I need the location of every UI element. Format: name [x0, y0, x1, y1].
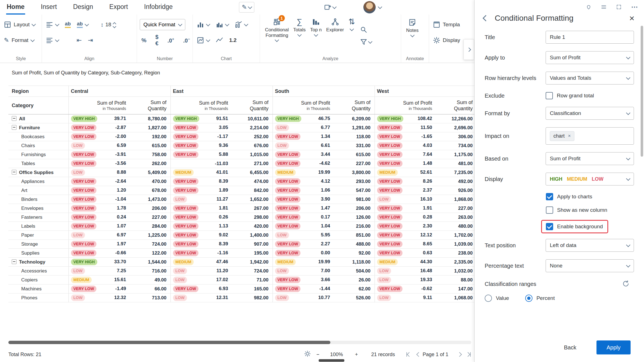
profit-cell[interactable]: LOW9.11 — [375, 293, 436, 302]
sort-button[interactable]: ⇅ — [346, 16, 357, 50]
quantity-cell[interactable]: 1,068.00 — [436, 293, 474, 302]
quantity-cell[interactable]: 216.00 — [334, 222, 375, 231]
profit-cell[interactable]: VERY LOW1.06 — [273, 186, 334, 195]
list-icon[interactable] — [599, 4, 608, 10]
currency-format-button[interactable]: $€ — [154, 34, 160, 47]
quantity-cell[interactable]: 1,225.00 — [130, 231, 171, 240]
align-vertical-button[interactable] — [45, 36, 60, 44]
quantity-cell[interactable]: 227.00 — [334, 159, 375, 168]
profit-cell[interactable]: LOW6.61 — [273, 141, 334, 150]
impact-chip[interactable]: chart × — [550, 131, 574, 141]
quantity-cell[interactable]: 713.00 — [130, 293, 171, 302]
quantity-cell[interactable]: 615.00 — [130, 141, 171, 150]
row-header-cell[interactable]: Supplies — [8, 249, 68, 258]
quantity-cell[interactable]: 331.00 — [334, 141, 375, 150]
quantity-cell[interactable]: 12,266.00 — [436, 114, 474, 123]
profit-cell[interactable]: MEDIUM19.99 — [273, 258, 334, 267]
conditional-formatting-button[interactable]: 1 ConditionalFormatting — [263, 16, 291, 50]
previous-page-button[interactable] — [415, 352, 422, 356]
profit-cell[interactable]: VERY LOW1.97 — [68, 240, 130, 249]
quantity-cell[interactable]: 1,039.00 — [436, 240, 474, 249]
row-header-cell[interactable]: Appliances — [8, 177, 68, 186]
quantity-cell[interactable]: 1,118.00 — [334, 258, 375, 267]
quantity-cell[interactable]: 165.00 — [232, 285, 273, 293]
profit-cell[interactable]: LOW6.97 — [68, 231, 130, 240]
profit-cell[interactable]: MEDIUM47.46 — [171, 258, 232, 267]
panel-scrollbar[interactable] — [641, 26, 643, 157]
profit-cell[interactable]: VERY LOW1.91 — [375, 204, 436, 213]
last-page-button[interactable] — [465, 352, 472, 357]
profit-cell[interactable]: VERY LOW8.26 — [375, 177, 436, 186]
quantity-cell[interactable]: 26.00 — [334, 276, 375, 285]
more-options-icon[interactable]: ⋯ — [629, 3, 640, 11]
region-header-central[interactable]: Central — [68, 86, 171, 97]
add-decimal-button[interactable]: .0+ — [166, 37, 176, 44]
chart-axis-button[interactable] — [215, 20, 230, 29]
profit-cell[interactable]: VERY LOW0.17 — [273, 213, 334, 222]
show-as-new-column-checkbox[interactable] — [546, 206, 553, 214]
profit-cell[interactable]: VERY LOW1.81 — [171, 204, 232, 213]
quantity-cell[interactable]: 615.00 — [334, 150, 375, 159]
display-select[interactable]: HIGH MEDIUM LOW — [546, 173, 634, 185]
profit-cell[interactable]: LOW16.10 — [375, 195, 436, 204]
format-by-select[interactable]: Classification — [546, 107, 634, 120]
quantity-cell[interactable]: 62.00 — [334, 285, 375, 293]
tab-home[interactable]: Home — [6, 1, 25, 15]
row-header-cell[interactable]: Storage — [8, 240, 68, 249]
impact-on-field[interactable]: chart × — [546, 127, 634, 145]
profit-cell[interactable]: VERY LOW8.39 — [171, 240, 232, 249]
profit-cell[interactable]: MEDIUM52.61 — [375, 168, 436, 177]
quantity-cell[interactable]: 716.00 — [130, 267, 171, 276]
profit-cell[interactable]: VERY LOW-3.91 — [68, 150, 130, 159]
chart-style-button[interactable] — [234, 20, 249, 29]
chevron-down-icon[interactable] — [378, 4, 382, 9]
quantity-cell[interactable]: 480.00 — [436, 222, 474, 231]
quantity-cell[interactable]: 6,209.00 — [334, 114, 375, 123]
quantity-cell[interactable]: 195.00 — [232, 249, 273, 258]
profit-cell[interactable]: VERY LOW-0.66 — [68, 249, 130, 258]
profit-cell[interactable]: LOW6.77 — [273, 123, 334, 132]
profit-cell[interactable]: VERY LOW4.03 — [375, 141, 436, 150]
profit-cell[interactable]: VERY LOW1.07 — [68, 222, 130, 231]
tab-export[interactable]: Export — [109, 1, 128, 15]
profit-cell[interactable]: VERY LOW3.44 — [273, 150, 334, 159]
profit-cell[interactable]: VERY LOW0.24 — [68, 213, 130, 222]
stepper-down-icon[interactable] — [113, 25, 116, 28]
quantity-cell[interactable]: 926.00 — [436, 186, 474, 195]
row-header-cell[interactable]: Binders — [8, 195, 68, 204]
row-header-cell[interactable]: Tables — [8, 159, 68, 168]
ribbon-expand-button[interactable] — [463, 39, 474, 60]
row-header-cell[interactable]: Accessories — [8, 267, 68, 276]
profit-cell[interactable]: LOW17.02 — [171, 276, 232, 285]
quantity-cell[interactable]: 92.00 — [334, 249, 375, 258]
profit-cell[interactable]: MEDIUM15.61 — [68, 276, 130, 285]
quantity-cell[interactable]: 1,400.00 — [232, 231, 273, 240]
profit-cell[interactable]: VERY LOW-3.56 — [68, 159, 130, 168]
quantity-cell[interactable]: 8,780.00 — [130, 114, 171, 123]
percent-format-button[interactable]: % — [140, 37, 148, 44]
profit-cell[interactable]: VERY LOW1.04 — [273, 222, 334, 231]
profit-cell[interactable]: LOW16.48 — [375, 267, 436, 276]
quantity-cell[interactable]: 420.00 — [232, 222, 273, 231]
quantity-cell[interactable]: 271.00 — [232, 159, 273, 168]
quantity-cell[interactable]: 298.00 — [232, 213, 273, 222]
profit-cell[interactable]: VERY HIGH33.70 — [68, 258, 130, 267]
row-hierarchy-select[interactable]: Values and Totals — [546, 72, 634, 84]
based-on-select[interactable]: Sum of Profit — [546, 152, 634, 165]
quantity-cell[interactable]: 118.00 — [334, 132, 375, 141]
decimal-places-button[interactable]: 1.2 — [228, 37, 238, 44]
text-position-select[interactable]: Left of data — [546, 239, 634, 252]
row-header-cell[interactable]: Envelopes — [8, 204, 68, 213]
quantity-cell[interactable]: 470.00 — [130, 177, 171, 186]
row-header-cell[interactable]: All — [8, 114, 68, 123]
quantity-cell[interactable]: 263.00 — [436, 213, 474, 222]
quantity-cell[interactable]: 1,652.00 — [232, 195, 273, 204]
profit-cell[interactable]: VERY LOW12.12 — [375, 231, 436, 240]
profit-cell[interactable]: LOW10.77 — [273, 293, 334, 302]
quantity-cell[interactable]: 1,544.00 — [130, 258, 171, 267]
profit-cell[interactable]: VERY LOW0.26 — [171, 213, 232, 222]
row-header-cell[interactable]: Copiers — [8, 276, 68, 285]
layout-button[interactable]: Layout — [3, 20, 36, 29]
table-settings-button[interactable] — [302, 350, 312, 359]
explorer-button[interactable]: Explorer — [324, 16, 346, 50]
